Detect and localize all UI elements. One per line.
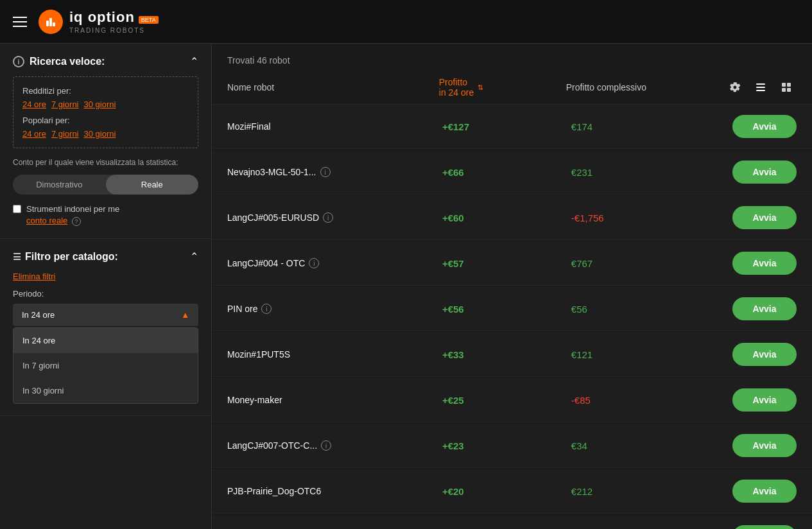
filter-collapse-icon[interactable]: ⌃ — [190, 250, 198, 263]
robot-total-2: -€1,756 — [571, 212, 732, 223]
popolari-links: 24 ore 7 giorni 30 giorni — [22, 129, 189, 139]
demo-toggle-btn[interactable]: Dimostrativo — [13, 175, 106, 195]
avvia-button-3[interactable]: Avvia — [732, 252, 797, 275]
main-content: Trovati 46 robot Nome robot Profitto in … — [212, 44, 812, 529]
table-row: LangCJ#005-EURUSD i +€60 -€1,756 Avvia — [212, 196, 812, 240]
robot-name-2: LangCJ#005-EURUSD i — [227, 212, 442, 223]
help-icon[interactable]: ? — [72, 217, 81, 226]
quick-search-title: Ricerca veloce: — [30, 56, 105, 67]
logo: iq option BETA TRADING ROBOTS — [39, 9, 159, 34]
robot-name-7: LangCJ#007-OTC-C... i — [227, 440, 442, 451]
col-actions — [725, 77, 797, 98]
table-row: Mozi#Final +€127 €174 Avvia — [212, 105, 812, 149]
redditizi-7giorni[interactable]: 7 giorni — [51, 100, 79, 109]
robot-info-icon-1[interactable]: i — [320, 167, 331, 177]
quick-search-info-icon[interactable]: i — [13, 56, 24, 67]
robot-total-0: €174 — [571, 121, 732, 132]
robots-count: Trovati 46 robot — [212, 44, 812, 71]
robot-info-icon-2[interactable]: i — [323, 212, 333, 223]
robot-profit24-0: +€127 — [442, 121, 571, 132]
conto-reale-link[interactable]: conto reale — [26, 216, 67, 225]
top-navigation: iq option BETA TRADING ROBOTS — [0, 0, 812, 44]
col-name-header: Nome robot — [227, 82, 439, 92]
dropdown-item-30giorni[interactable]: In 30 giorni — [13, 378, 198, 403]
logo-beta-badge: BETA — [139, 16, 159, 24]
logo-text: iq option — [69, 9, 135, 26]
settings-icon-btn[interactable] — [725, 77, 745, 98]
table-row: Mozin#1PUT5S +€33 €121 Avvia — [212, 333, 812, 377]
col-total-header: Profitto complessivo — [566, 82, 725, 92]
quick-search-collapse-icon[interactable]: ⌃ — [190, 55, 198, 67]
robot-profit24-1: +€66 — [442, 167, 571, 178]
avvia-button-9[interactable]: Avvia — [732, 525, 797, 529]
quick-search-header: i Ricerca veloce: ⌃ — [13, 55, 198, 67]
dropdown-item-7giorni[interactable]: In 7 giorni — [13, 353, 198, 378]
filter-title-container: ☰ Filtro per catalogo: — [13, 251, 118, 263]
popolari-24ore[interactable]: 24 ore — [22, 129, 46, 139]
quick-search-title-container: i Ricerca veloce: — [13, 56, 105, 67]
hamburger-menu[interactable] — [13, 17, 27, 27]
svg-rect-4 — [756, 87, 765, 88]
robot-info-icon-7[interactable]: i — [321, 440, 331, 451]
filter-header: ☰ Filtro per catalogo: ⌃ — [13, 250, 198, 263]
periodo-label: Periodo: — [13, 289, 198, 299]
periodo-selected-value: In 24 ore — [22, 310, 55, 320]
robot-profit24-8: +€20 — [442, 486, 571, 497]
robot-info-icon-4[interactable]: i — [261, 304, 272, 314]
svg-rect-8 — [782, 88, 786, 92]
checkbox-label: Strumenti indonei per me conto reale ? — [26, 204, 119, 227]
periodo-select[interactable]: In 24 ore ▲ — [13, 304, 198, 326]
avvia-button-0[interactable]: Avvia — [732, 115, 797, 138]
strumenti-checkbox[interactable] — [13, 205, 21, 213]
table-row: LangCJ#007-OTC-C... i +€23 €34 Avvia — [212, 424, 812, 468]
svg-rect-5 — [756, 90, 765, 91]
account-toggle[interactable]: Dimostrativo Reale — [13, 175, 198, 195]
table-row: Money-maker +€25 -€85 Avvia — [212, 378, 812, 422]
redditizi-label: Redditizi per: — [22, 86, 189, 96]
sort-icon[interactable]: ⇅ — [478, 83, 483, 92]
avvia-button-6[interactable]: Avvia — [732, 388, 797, 412]
dropdown-item-24ore[interactable]: In 24 ore — [13, 328, 198, 353]
svg-rect-9 — [787, 88, 791, 92]
avvia-button-7[interactable]: Avvia — [732, 434, 797, 457]
robot-total-1: €231 — [571, 167, 732, 178]
robot-name-6: Money-maker — [227, 395, 442, 405]
avvia-button-2[interactable]: Avvia — [732, 206, 797, 229]
robot-profit24-3: +€57 — [442, 258, 571, 269]
quick-search-box: Redditizi per: 24 ore 7 giorni 30 giorni… — [13, 76, 198, 148]
avvia-button-4[interactable]: Avvia — [732, 297, 797, 320]
robot-info-icon-3[interactable]: i — [309, 258, 319, 268]
table-row: PIN ore i +€56 €56 Avvia — [212, 287, 812, 331]
svg-rect-7 — [787, 83, 791, 87]
svg-rect-1 — [49, 18, 52, 26]
robot-name-8: PJB-Prairie_Dog-OTC6 — [227, 486, 442, 496]
robot-total-6: -€85 — [571, 395, 732, 406]
logo-icon — [39, 10, 63, 34]
popolari-30giorni[interactable]: 30 giorni — [84, 129, 116, 139]
list-view-btn[interactable] — [750, 77, 771, 98]
robot-profit24-6: +€25 — [442, 395, 571, 406]
select-arrow-icon: ▲ — [181, 310, 189, 320]
elimina-filtri-link[interactable]: Elimina filtri — [13, 272, 198, 281]
robot-name-3: LangCJ#004 - OTC i — [227, 258, 442, 268]
robot-profit24-7: +€23 — [442, 440, 571, 451]
robot-name-1: Nevajno3-MGL-50-1... i — [227, 167, 442, 177]
redditizi-30giorni[interactable]: 30 giorni — [84, 100, 116, 109]
robot-name-5: Mozin#1PUT5S — [227, 349, 442, 360]
avvia-button-8[interactable]: Avvia — [732, 480, 797, 503]
grid-view-btn[interactable] — [776, 77, 797, 98]
filter-icon: ☰ — [13, 252, 21, 262]
logo-subtitle: TRADING ROBOTS — [69, 27, 159, 34]
popolari-7giorni[interactable]: 7 giorni — [51, 129, 79, 139]
redditizi-24ore[interactable]: 24 ore — [22, 100, 46, 109]
sidebar: i Ricerca veloce: ⌃ Redditizi per: 24 or… — [0, 44, 212, 529]
robot-name-4: PIN ore i — [227, 304, 442, 314]
main-layout: i Ricerca veloce: ⌃ Redditizi per: 24 or… — [0, 44, 812, 529]
table-row: Nevajno3-MGL-50-1... i +€66 €231 Avvia — [212, 150, 812, 195]
robot-profit24-2: +€60 — [442, 212, 571, 223]
avvia-button-1[interactable]: Avvia — [732, 160, 797, 184]
avvia-button-5[interactable]: Avvia — [732, 343, 797, 366]
real-toggle-btn[interactable]: Reale — [106, 175, 199, 195]
robot-total-7: €34 — [571, 440, 732, 451]
redditizi-links: 24 ore 7 giorni 30 giorni — [22, 100, 189, 109]
